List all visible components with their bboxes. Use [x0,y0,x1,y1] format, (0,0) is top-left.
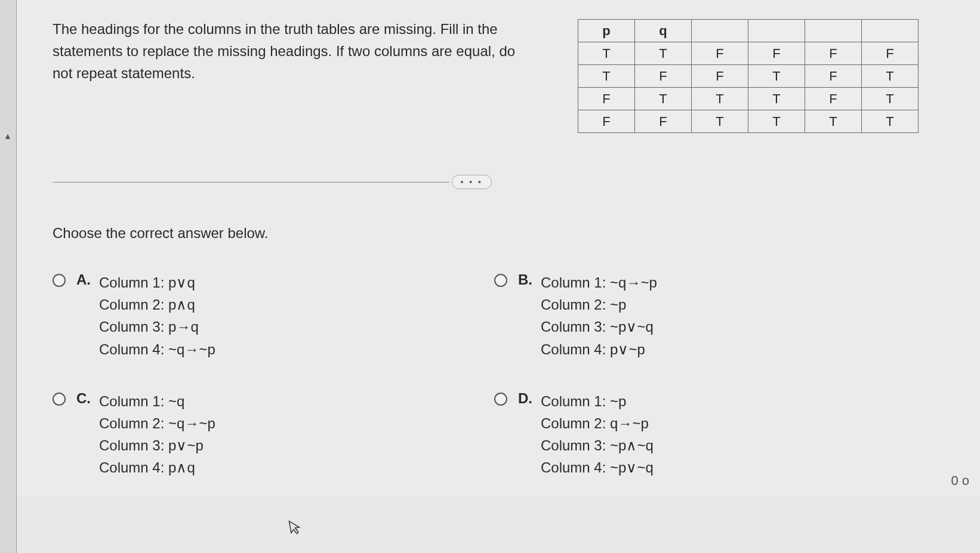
cell: T [748,88,805,110]
lines-D: Column 1: ~p Column 2: q→~p Column 3: ~p… [541,390,654,479]
line: Column 4: ~p∨~q [541,456,654,478]
line: Column 1: ~p [541,390,654,412]
cell: T [692,88,748,110]
table-header-row: p q [578,20,919,42]
choice-B[interactable]: B. Column 1: ~q→~p Column 2: ~p Column 3… [494,271,912,360]
line: Column 1: ~q→~p [541,271,657,294]
cell: F [805,65,862,88]
left-sidebar: ▲ [0,0,17,553]
cell: F [578,88,635,110]
radio-B[interactable] [494,274,507,287]
letter-D: D. [518,390,535,407]
cell: T [862,110,919,133]
cell: T [635,88,692,110]
cell: T [862,65,919,88]
lines-B: Column 1: ~q→~p Column 2: ~p Column 3: ~… [541,271,657,360]
hr-line [53,182,449,183]
more-button[interactable]: • • • [452,175,492,189]
line: Column 2: q→~p [541,412,654,434]
line: Column 1: p∨q [99,271,215,294]
letter-A: A. [76,271,93,288]
divider: • • • [53,175,494,189]
cell: F [748,42,805,65]
line: Column 3: ~p∨~q [541,316,657,338]
choice-D[interactable]: D. Column 1: ~p Column 2: q→~p Column 3:… [494,390,912,479]
main-content: The headings for the columns in the trut… [17,0,980,497]
header-col3 [692,20,748,42]
cell: F [692,65,748,88]
cursor-icon [288,518,303,541]
header-col5 [805,20,862,42]
cell: F [578,110,635,133]
letter-C: C. [76,390,93,407]
scroll-up-icon[interactable]: ▲ [4,131,13,141]
cell: F [862,42,919,65]
radio-D[interactable] [494,393,507,406]
cell: F [635,110,692,133]
cell: T [578,65,635,88]
line: Column 2: p∧q [99,294,215,316]
cell: T [862,88,919,110]
line: Column 3: p∨~p [99,434,215,456]
cell: T [748,65,805,88]
line: Column 4: p∧q [99,456,215,478]
cell: T [692,110,748,133]
header-col4 [748,20,805,42]
line: Column 2: ~q→~p [99,412,215,434]
cell: T [578,42,635,65]
line: Column 1: ~q [99,390,215,412]
lines-A: Column 1: p∨q Column 2: p∧q Column 3: p→… [99,271,215,360]
cell: F [635,65,692,88]
line: Column 3: ~p∧~q [541,434,654,456]
cell: T [805,110,862,133]
table-row: T F F T F T [578,65,919,88]
line: Column 3: p→q [99,316,215,338]
radio-C[interactable] [53,393,66,406]
cell: F [805,88,862,110]
answer-choices: A. Column 1: p∨q Column 2: p∧q Column 3:… [53,271,956,479]
question-text: The headings for the columns in the trut… [53,18,518,85]
choice-C[interactable]: C. Column 1: ~q Column 2: ~q→~p Column 3… [53,390,470,479]
line: Column 4: p∨~p [541,338,657,360]
cell: F [805,42,862,65]
footer-text: 0 o [951,473,969,489]
table-row: T T F F F F [578,42,919,65]
header-col6 [862,20,919,42]
question-row: The headings for the columns in the trut… [53,18,956,133]
choose-prompt: Choose the correct answer below. [53,225,956,242]
table-row: F F T T T T [578,110,919,133]
cell: F [692,42,748,65]
cell: T [748,110,805,133]
table-row: F T T T F T [578,88,919,110]
header-p: p [578,20,635,42]
lines-C: Column 1: ~q Column 2: ~q→~p Column 3: p… [99,390,215,479]
truth-table: p q T T F F F F T F F T F T [578,19,919,133]
cell: T [635,42,692,65]
letter-B: B. [518,271,535,288]
choice-A[interactable]: A. Column 1: p∨q Column 2: p∧q Column 3:… [53,271,470,360]
line: Column 2: ~p [541,294,657,316]
line: Column 4: ~q→~p [99,338,215,360]
header-q: q [635,20,692,42]
radio-A[interactable] [53,274,66,287]
